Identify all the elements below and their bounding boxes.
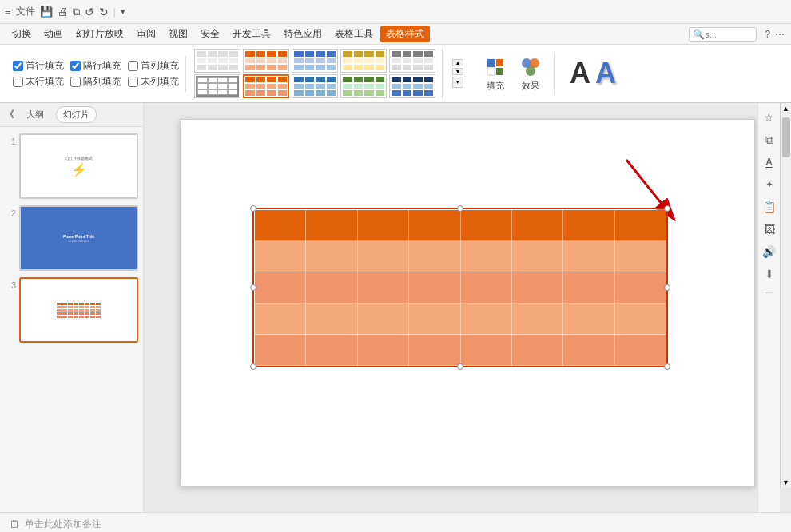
style-green-2[interactable] — [340, 74, 387, 98]
checkbox-first-col[interactable]: 首列填充 — [128, 59, 179, 73]
notes-bar: 🗒 单击此处添加备注 — [0, 512, 791, 532]
more-icons[interactable]: ⋯ — [765, 288, 773, 297]
wordart-group: A A — [563, 56, 622, 91]
checkbox-alt-col[interactable]: 隔列填充 — [70, 75, 121, 89]
slide2-content: PowerPoint Title Guide Sub-line — [21, 207, 137, 269]
canvas-scrollbar[interactable]: ▲ ▼ — [780, 103, 791, 488]
svg-rect-1 — [496, 59, 503, 66]
handle-top-center[interactable] — [457, 205, 463, 212]
style-blue-1[interactable] — [292, 49, 338, 73]
help-btn[interactable]: ? — [765, 29, 770, 40]
handle-bottom-right[interactable] — [664, 363, 670, 370]
tab-slideshow[interactable]: 幻灯片放映 — [70, 26, 129, 42]
tab-view[interactable]: 视图 — [163, 26, 193, 42]
handle-top-right[interactable] — [664, 205, 670, 212]
style-orange-2[interactable] — [243, 74, 289, 98]
slide-thumb-3[interactable]: 3 — [5, 277, 138, 343]
checkbox-last-col[interactable]: 末列填充 — [128, 75, 179, 89]
search-input[interactable] — [705, 30, 753, 39]
menu-icon[interactable]: ≡ — [5, 6, 11, 18]
checkbox-first-row[interactable]: 首行填充 — [13, 59, 64, 73]
style-darkblue-2[interactable] — [389, 74, 435, 98]
handle-mid-right[interactable] — [664, 284, 670, 291]
clipboard-icon-btn[interactable]: 📋 — [760, 197, 779, 216]
tab-devtools[interactable]: 开发工具 — [227, 26, 276, 42]
svg-rect-2 — [487, 68, 495, 75]
wordart-styled[interactable]: A — [595, 59, 616, 88]
style-orange-1[interactable] — [243, 49, 289, 73]
slide-num-1: 1 — [5, 137, 16, 146]
handle-top-left[interactable] — [250, 205, 256, 212]
title-bar-icons: ≡ 文件 💾 🖨 ⧉ ↺ ↻ | ▾ — [5, 5, 125, 18]
collapse-panel-btn[interactable]: 《 — [5, 108, 14, 121]
toolbar-copy2[interactable]: ⧉ — [73, 6, 80, 18]
text-icon-btn[interactable]: A — [760, 153, 779, 172]
gallery-arrow-up[interactable]: ▲ — [452, 59, 463, 66]
tab-switch[interactable]: 切换 — [6, 26, 37, 42]
checkbox-last-row[interactable]: 末行填充 — [13, 75, 64, 89]
star-icon-btn[interactable]: ☆ — [760, 108, 779, 127]
tab-security[interactable]: 安全 — [195, 26, 225, 42]
svg-point-6 — [526, 66, 535, 76]
scroll-down-btn[interactable]: ▼ — [782, 478, 789, 486]
handle-bottom-center[interactable] — [457, 363, 463, 370]
style-outline[interactable] — [194, 74, 240, 98]
outline-tab[interactable]: 大纲 — [19, 106, 51, 123]
style-gray-1[interactable] — [389, 49, 435, 73]
gallery-arrow-down[interactable]: ▼ — [452, 68, 463, 75]
more-btn[interactable]: ⋯ — [775, 29, 785, 40]
fill-effect-group: 填充 效果 — [471, 54, 555, 94]
tab-special[interactable]: 特色应用 — [278, 26, 328, 42]
tab-tablestyle[interactable]: 表格样式 — [380, 26, 430, 42]
slide-preview-2[interactable]: PowerPoint Title Guide Sub-line — [19, 205, 138, 271]
style-plain-1[interactable] — [194, 49, 240, 73]
toolbar-redo[interactable]: ↻ — [99, 6, 109, 18]
notes-placeholder[interactable]: 单击此处添加备注 — [25, 518, 101, 531]
checkbox-alt-row[interactable]: 隔行填充 — [70, 59, 121, 73]
style-yellow-1[interactable] — [340, 49, 387, 73]
download-icon-btn[interactable]: ⬇ — [760, 264, 779, 284]
slide3-table-preview — [56, 302, 101, 319]
tab-tabletools[interactable]: 表格工具 — [329, 26, 379, 42]
file-menu[interactable]: 文件 — [16, 5, 35, 18]
effect-button[interactable]: 效果 — [515, 54, 547, 94]
gallery-scroll: ▲ ▼ ▾ — [452, 59, 463, 88]
table-container[interactable] — [252, 208, 668, 367]
table-styles-gallery — [194, 49, 443, 98]
slide-canvas[interactable] — [180, 119, 755, 486]
slide-preview-1[interactable]: 幻灯片标题格式 ⚡ — [19, 133, 138, 199]
ribbon-tabs: 切换 动画 幻灯片放映 审阅 视图 安全 开发工具 特色应用 表格工具 表格样式… — [0, 24, 791, 45]
slide-thumb-1[interactable]: 1 幻灯片标题格式 ⚡ — [5, 133, 138, 199]
handle-bottom-left[interactable] — [250, 363, 256, 370]
scroll-up-btn[interactable]: ▲ — [782, 105, 789, 113]
toolbar-undo[interactable]: ↺ — [85, 6, 94, 18]
ribbon-content: 首行填充 隔行填充 首列填充 末行填充 隔列填充 末列填充 — [0, 45, 791, 102]
main-area: 《 大纲 幻灯片 1 幻灯片标题格式 ⚡ 2 PowerPoi — [0, 103, 791, 512]
slide1-content: 幻灯片标题格式 ⚡ — [21, 135, 137, 197]
toolbar-save[interactable]: 💾 — [40, 6, 53, 18]
gallery-arrow-expand[interactable]: ▾ — [452, 77, 463, 88]
handle-mid-left[interactable] — [250, 284, 256, 291]
tab-animation[interactable]: 动画 — [38, 26, 69, 42]
search-icon: 🔍 — [693, 29, 705, 40]
copy-icon-btn[interactable]: ⧉ — [760, 130, 779, 149]
slide2-subtitle: Guide Sub-line — [68, 239, 89, 243]
slide-num-2: 2 — [5, 208, 16, 218]
fill-button[interactable]: 填充 — [479, 54, 511, 94]
checkbox-group: 首行填充 隔行填充 首列填充 末行填充 隔列填充 末列填充 — [6, 56, 186, 92]
toolbar-print[interactable]: 🖨 — [58, 6, 68, 18]
slides-tab[interactable]: 幻灯片 — [56, 106, 97, 123]
scroll-thumb[interactable] — [782, 117, 790, 157]
sound-icon-btn[interactable]: 🔊 — [760, 242, 779, 261]
tab-review[interactable]: 审阅 — [131, 26, 161, 42]
effect-icon — [519, 56, 542, 78]
wordart-plain[interactable]: A — [570, 59, 590, 88]
style-blue-2[interactable] — [292, 74, 338, 98]
search-box[interactable]: 🔍 — [689, 27, 757, 42]
toolbar-dropdown[interactable]: ▾ — [121, 6, 125, 17]
slide-preview-3[interactable] — [19, 277, 138, 343]
effects-icon-btn[interactable]: ✦ — [760, 175, 779, 194]
slide1-icon: ⚡ — [71, 162, 87, 177]
slide-thumb-2[interactable]: 2 PowerPoint Title Guide Sub-line — [5, 205, 138, 271]
image-icon-btn[interactable]: 🖼 — [760, 220, 779, 239]
